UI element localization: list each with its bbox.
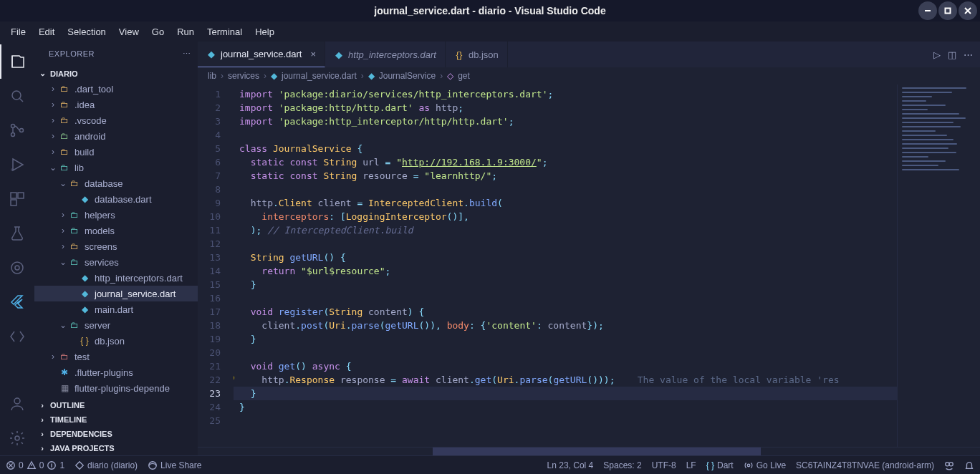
- tree-item[interactable]: ⌄🗀lib: [34, 160, 198, 175]
- tree-item[interactable]: ›🗀models: [34, 223, 198, 238]
- tree-item[interactable]: ◆main.dart: [34, 301, 198, 317]
- tree-item[interactable]: ◆http_interceptors.dart: [34, 270, 198, 286]
- tree-item[interactable]: ⌄🗀server: [34, 317, 198, 333]
- menu-item-go[interactable]: Go: [145, 24, 170, 40]
- menu-item-help[interactable]: Help: [249, 24, 281, 40]
- menu-item-selection[interactable]: Selection: [61, 24, 112, 40]
- tree-item[interactable]: ◆journal_service.dart: [34, 286, 198, 301]
- breadcrumb-item[interactable]: lib: [208, 71, 216, 81]
- horizontal-scrollbar[interactable]: [198, 447, 980, 455]
- code-line[interactable]: static const String url = "http://192.16…: [234, 155, 897, 169]
- menu-item-run[interactable]: Run: [170, 24, 201, 40]
- tree-item[interactable]: ›🗀build: [34, 144, 198, 160]
- breadcrumb-item[interactable]: JournalService: [379, 71, 436, 81]
- menu-item-terminal[interactable]: Terminal: [201, 24, 249, 40]
- close-icon[interactable]: ×: [310, 49, 316, 59]
- code-line[interactable]: [234, 291, 897, 305]
- status-encoding[interactable]: UTF-8: [652, 460, 676, 470]
- menu-item-edit[interactable]: Edit: [32, 24, 61, 40]
- status-golive[interactable]: Go Live: [744, 460, 786, 470]
- menu-item-file[interactable]: File: [4, 24, 32, 40]
- tree-item[interactable]: ⌄🗀services: [34, 254, 198, 270]
- activity-search-icon[interactable]: [0, 79, 34, 113]
- code-line[interactable]: import 'package:http/http.dart' as http;: [234, 101, 897, 115]
- tree-item[interactable]: ›🗀test: [34, 349, 198, 364]
- tree-item[interactable]: ▦flutter-plugins-depende: [34, 380, 198, 396]
- code-line[interactable]: [234, 128, 897, 142]
- tree-item[interactable]: ›🗀helpers: [34, 207, 198, 223]
- code-line[interactable]: client.post(Uri.parse(getURL()), body: {…: [234, 319, 897, 332]
- code-line[interactable]: import 'package:diario/services/http_int…: [234, 87, 897, 101]
- menu-item-view[interactable]: View: [112, 24, 145, 40]
- activity-scm-icon[interactable]: [0, 113, 34, 147]
- code-line[interactable]: interceptors: [LoggingInterceptor()],: [234, 210, 897, 223]
- tree-item[interactable]: ›🗀.dart_tool: [34, 81, 198, 97]
- run-icon[interactable]: ▷: [933, 49, 941, 60]
- scrollbar-thumb[interactable]: [433, 448, 762, 455]
- sidebar-section[interactable]: ›DEPENDENCIES: [34, 427, 198, 441]
- code-line[interactable]: [234, 414, 897, 427]
- editor-tab[interactable]: {}db.json: [446, 42, 508, 67]
- code-line[interactable]: [234, 183, 897, 196]
- activity-settings-icon[interactable]: [0, 421, 34, 455]
- code-area[interactable]: import 'package:diario/services/http_int…: [234, 84, 897, 447]
- code-line[interactable]: }: [234, 400, 897, 414]
- code-line[interactable]: return "$url$resource";: [234, 264, 897, 278]
- tree-item[interactable]: { }db.json: [34, 333, 198, 349]
- tree-item[interactable]: ›🗀.vscode: [34, 112, 198, 128]
- code-line[interactable]: }: [234, 278, 897, 291]
- breadcrumb-item[interactable]: get: [458, 71, 470, 81]
- sidebar-project-title[interactable]: ⌄ DIARIO: [34, 66, 198, 81]
- code-line[interactable]: }: [234, 332, 897, 346]
- code-line[interactable]: import 'package:http_interceptor/http/ht…: [234, 115, 897, 128]
- minimap[interactable]: [897, 84, 980, 447]
- breadcrumb-item[interactable]: journal_service.dart: [282, 71, 357, 81]
- close-button[interactable]: [959, 1, 977, 20]
- minimize-button[interactable]: [918, 1, 937, 20]
- activity-flutter-icon[interactable]: [0, 285, 34, 319]
- tree-item[interactable]: ›🗀android: [34, 128, 198, 144]
- sidebar-section[interactable]: ›TIMELINE: [34, 412, 198, 427]
- maximize-button[interactable]: [938, 1, 957, 20]
- code-line[interactable]: 💡 http.Response response = await client.…: [234, 373, 897, 387]
- status-liveshare[interactable]: Live Share: [148, 460, 201, 470]
- split-icon[interactable]: ◫: [948, 49, 956, 60]
- code-line[interactable]: static const String resource = "learnhtt…: [234, 169, 897, 183]
- editor-tab[interactable]: ◆journal_service.dart×: [198, 42, 325, 67]
- code-line[interactable]: void get() async {: [234, 359, 897, 373]
- status-problems[interactable]: 0 0 1: [6, 460, 64, 470]
- activity-run-icon[interactable]: [0, 147, 34, 182]
- editor-tab[interactable]: ◆http_interceptors.dart: [325, 42, 446, 67]
- code-line[interactable]: http.Client client = InterceptedClient.b…: [234, 196, 897, 210]
- activity-test-icon[interactable]: [0, 216, 34, 251]
- lightbulb-icon[interactable]: 💡: [234, 373, 236, 387]
- tree-item[interactable]: ›🗀screens: [34, 238, 198, 254]
- sidebar-section[interactable]: ›OUTLINE: [34, 398, 198, 412]
- activity-target-icon[interactable]: [0, 251, 34, 285]
- code-line[interactable]: String getURL() {: [234, 251, 897, 264]
- sidebar-more-icon[interactable]: ⋯: [183, 49, 191, 59]
- tree-item[interactable]: ⌄🗀database: [34, 175, 198, 191]
- code-line[interactable]: ); // InterceptedClient.build: [234, 223, 897, 237]
- breadcrumbs[interactable]: lib›services›◆ journal_service.dart›◆ Jo…: [198, 67, 980, 84]
- status-eol[interactable]: LF: [686, 460, 696, 470]
- tree-item[interactable]: ✱.flutter-plugins: [34, 364, 198, 380]
- code-line[interactable]: class JournalService {: [234, 142, 897, 155]
- activity-account-icon[interactable]: [0, 387, 34, 421]
- code-line[interactable]: [234, 346, 897, 359]
- status-bell-icon[interactable]: [964, 460, 974, 470]
- status-device[interactable]: SC6TAINZ4T8TNVAE (android-arm): [796, 460, 934, 470]
- code-line[interactable]: void register(String content) {: [234, 305, 897, 319]
- tree-item[interactable]: ◆database.dart: [34, 191, 198, 207]
- activity-remote-icon[interactable]: [0, 319, 34, 354]
- activity-explorer-icon[interactable]: [0, 44, 34, 79]
- status-indent[interactable]: Spaces: 2: [603, 460, 641, 470]
- editor[interactable]: 1234567891011121314151617181920212223242…: [198, 84, 980, 447]
- code-line[interactable]: }: [234, 387, 897, 400]
- status-language[interactable]: { } Dart: [706, 460, 734, 470]
- sidebar-section[interactable]: ›JAVA PROJECTS: [34, 441, 198, 455]
- code-line[interactable]: [234, 237, 897, 251]
- status-cursor-position[interactable]: Ln 23, Col 4: [547, 460, 594, 470]
- activity-extensions-icon[interactable]: [0, 182, 34, 216]
- more-icon[interactable]: ⋯: [964, 49, 973, 60]
